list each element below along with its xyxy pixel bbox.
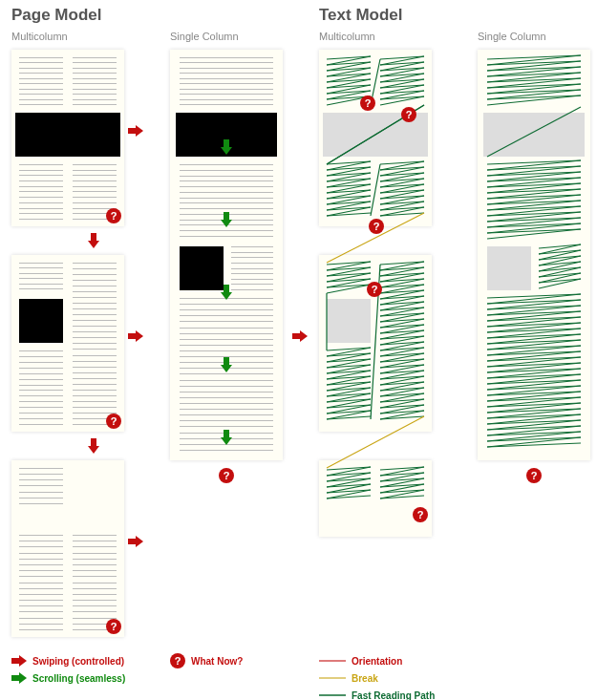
- tm-single-page: [478, 50, 590, 460]
- swipe-right-icon: [11, 658, 27, 664]
- legend-whatnow-label: What Now?: [191, 656, 243, 667]
- what-now-icon: ?: [219, 468, 234, 483]
- legend-swiping-label: Swiping (controlled): [32, 656, 124, 667]
- pm-single-page: [170, 50, 283, 460]
- legend-right: Orientation Break Fast Reading Path: [319, 652, 435, 700]
- image-block: [19, 299, 63, 343]
- what-now-icon: ?: [106, 208, 121, 223]
- what-now-icon: ?: [413, 507, 428, 522]
- what-now-icon: ?: [526, 468, 542, 483]
- scroll-right-icon: [11, 675, 27, 681]
- legend-scrolling-label: Scrolling (seamless): [32, 673, 125, 684]
- legend-orientation-label: Orientation: [352, 656, 402, 667]
- svg-line-206: [487, 107, 581, 157]
- orientation-line-icon: [319, 658, 346, 664]
- page-model-title: Page Model: [11, 6, 101, 25]
- what-now-icon: ?: [106, 414, 121, 429]
- legend-fastreading-label: Fast Reading Path: [352, 690, 435, 701]
- legend-left: Swiping (controlled) Scrolling (seamless…: [11, 652, 125, 687]
- fast-reading-path: [478, 50, 590, 460]
- svg-line-189: [327, 416, 424, 468]
- break-line-icon: [319, 675, 346, 681]
- fast-reading-line-icon: [319, 692, 346, 698]
- pm-multi-page-2: [11, 255, 124, 432]
- pm-multi-page-3: [11, 460, 124, 637]
- tm-multi-label: Multicolumn: [319, 31, 375, 42]
- pm-multi-label: Multicolumn: [11, 31, 68, 42]
- image-block: [15, 113, 120, 157]
- diagram-root: Page Model Text Model Multicolumn Single…: [0, 0, 597, 700]
- text-model-title: Text Model: [319, 6, 403, 25]
- image-block: [180, 246, 224, 290]
- legend-break-label: Break: [352, 673, 378, 684]
- pm-multi-page-1: [11, 50, 124, 226]
- legend-whatnow: ? What Now?: [170, 652, 243, 669]
- what-now-icon: ?: [369, 219, 384, 234]
- pm-single-label: Single Column: [170, 31, 239, 42]
- what-now-icon: ?: [170, 653, 185, 668]
- what-now-icon: ?: [106, 619, 121, 634]
- break-line: [319, 255, 432, 541]
- tm-single-label: Single Column: [478, 31, 546, 42]
